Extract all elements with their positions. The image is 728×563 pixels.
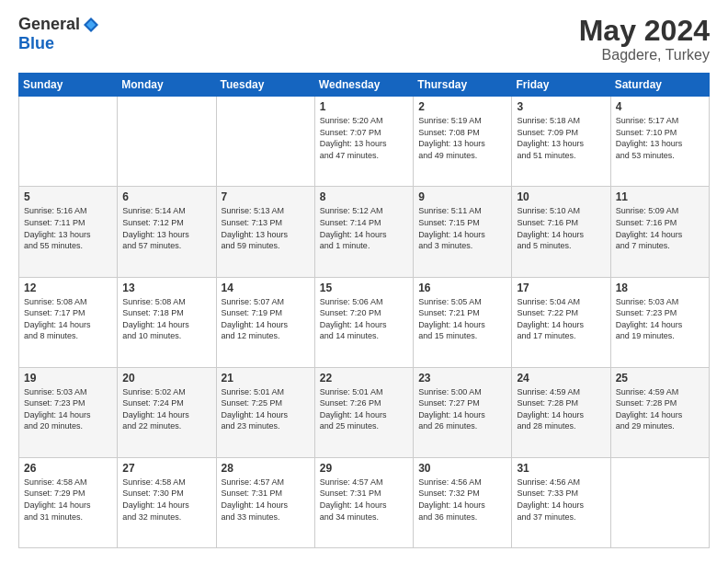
day-number: 20 xyxy=(122,372,210,385)
col-saturday: Saturday xyxy=(610,74,709,97)
table-row: 20Sunrise: 5:02 AM Sunset: 7:24 PM Dayli… xyxy=(118,367,216,457)
day-number: 8 xyxy=(320,190,408,203)
day-info: Sunrise: 5:01 AM Sunset: 7:25 PM Dayligh… xyxy=(222,386,310,432)
day-number: 5 xyxy=(24,190,112,203)
table-row: 22Sunrise: 5:01 AM Sunset: 7:26 PM Dayli… xyxy=(314,367,413,457)
day-number: 1 xyxy=(320,100,408,113)
col-tuesday: Tuesday xyxy=(216,74,314,97)
title-block: May 2024 Bagdere, Turkey xyxy=(579,15,710,63)
col-thursday: Thursday xyxy=(414,74,512,97)
day-info: Sunrise: 4:56 AM Sunset: 7:33 PM Dayligh… xyxy=(517,477,605,523)
day-info: Sunrise: 5:08 AM Sunset: 7:18 PM Dayligh… xyxy=(122,296,210,342)
day-info: Sunrise: 5:01 AM Sunset: 7:26 PM Dayligh… xyxy=(320,386,408,432)
table-row xyxy=(610,457,709,547)
table-row: 2Sunrise: 5:19 AM Sunset: 7:08 PM Daylig… xyxy=(414,97,512,187)
table-row: 31Sunrise: 4:56 AM Sunset: 7:33 PM Dayli… xyxy=(512,457,610,547)
day-info: Sunrise: 4:59 AM Sunset: 7:28 PM Dayligh… xyxy=(517,386,605,432)
day-number: 28 xyxy=(222,462,310,475)
logo-text: General xyxy=(18,15,100,34)
day-info: Sunrise: 4:57 AM Sunset: 7:31 PM Dayligh… xyxy=(320,477,408,523)
day-number: 11 xyxy=(616,190,704,203)
day-number: 30 xyxy=(418,462,506,475)
day-info: Sunrise: 5:14 AM Sunset: 7:12 PM Dayligh… xyxy=(122,205,210,251)
table-row xyxy=(216,97,314,187)
day-number: 31 xyxy=(517,462,605,475)
table-row: 4Sunrise: 5:17 AM Sunset: 7:10 PM Daylig… xyxy=(610,97,709,187)
day-number: 14 xyxy=(222,282,310,294)
day-info: Sunrise: 5:07 AM Sunset: 7:19 PM Dayligh… xyxy=(222,296,310,342)
day-info: Sunrise: 5:11 AM Sunset: 7:15 PM Dayligh… xyxy=(418,205,506,251)
table-row: 12Sunrise: 5:08 AM Sunset: 7:17 PM Dayli… xyxy=(19,277,118,367)
col-wednesday: Wednesday xyxy=(314,74,413,97)
table-row: 5Sunrise: 5:16 AM Sunset: 7:11 PM Daylig… xyxy=(19,187,118,277)
day-info: Sunrise: 5:00 AM Sunset: 7:27 PM Dayligh… xyxy=(418,386,506,432)
location: Bagdere, Turkey xyxy=(579,47,710,63)
table-row: 15Sunrise: 5:06 AM Sunset: 7:20 PM Dayli… xyxy=(314,277,413,367)
logo-icon xyxy=(82,16,100,34)
logo: General Blue xyxy=(18,15,100,53)
day-info: Sunrise: 5:09 AM Sunset: 7:16 PM Dayligh… xyxy=(616,205,704,251)
table-row: 23Sunrise: 5:00 AM Sunset: 7:27 PM Dayli… xyxy=(414,367,512,457)
day-info: Sunrise: 5:03 AM Sunset: 7:23 PM Dayligh… xyxy=(24,386,112,432)
day-info: Sunrise: 4:58 AM Sunset: 7:29 PM Dayligh… xyxy=(24,477,112,523)
table-row: 28Sunrise: 4:57 AM Sunset: 7:31 PM Dayli… xyxy=(216,457,314,547)
day-number: 21 xyxy=(222,372,310,385)
table-row: 11Sunrise: 5:09 AM Sunset: 7:16 PM Dayli… xyxy=(610,187,709,277)
day-number: 24 xyxy=(517,372,605,385)
table-row: 7Sunrise: 5:13 AM Sunset: 7:13 PM Daylig… xyxy=(216,187,314,277)
day-info: Sunrise: 5:13 AM Sunset: 7:13 PM Dayligh… xyxy=(222,205,310,251)
day-info: Sunrise: 5:17 AM Sunset: 7:10 PM Dayligh… xyxy=(616,115,704,161)
header: General Blue May 2024 Bagdere, Turkey xyxy=(18,15,710,63)
table-row: 26Sunrise: 4:58 AM Sunset: 7:29 PM Dayli… xyxy=(19,457,118,547)
day-number: 12 xyxy=(24,282,112,294)
calendar-week-row: 26Sunrise: 4:58 AM Sunset: 7:29 PM Dayli… xyxy=(19,457,710,547)
day-info: Sunrise: 5:18 AM Sunset: 7:09 PM Dayligh… xyxy=(517,115,605,161)
table-row: 1Sunrise: 5:20 AM Sunset: 7:07 PM Daylig… xyxy=(314,97,413,187)
month-year: May 2024 xyxy=(579,15,710,47)
day-number: 4 xyxy=(616,100,704,113)
day-number: 13 xyxy=(122,282,210,294)
day-number: 9 xyxy=(418,190,506,203)
day-number: 23 xyxy=(418,372,506,385)
table-row: 30Sunrise: 4:56 AM Sunset: 7:32 PM Dayli… xyxy=(414,457,512,547)
table-row: 9Sunrise: 5:11 AM Sunset: 7:15 PM Daylig… xyxy=(414,187,512,277)
table-row: 6Sunrise: 5:14 AM Sunset: 7:12 PM Daylig… xyxy=(118,187,216,277)
col-sunday: Sunday xyxy=(19,74,118,97)
col-friday: Friday xyxy=(512,74,610,97)
day-info: Sunrise: 5:05 AM Sunset: 7:21 PM Dayligh… xyxy=(418,296,506,342)
logo-general: General xyxy=(18,15,80,34)
day-number: 3 xyxy=(517,100,605,113)
table-row: 25Sunrise: 4:59 AM Sunset: 7:28 PM Dayli… xyxy=(610,367,709,457)
day-number: 19 xyxy=(24,372,112,385)
table-row xyxy=(118,97,216,187)
day-number: 16 xyxy=(418,282,506,294)
day-info: Sunrise: 4:57 AM Sunset: 7:31 PM Dayligh… xyxy=(222,477,310,523)
calendar-week-row: 5Sunrise: 5:16 AM Sunset: 7:11 PM Daylig… xyxy=(19,187,710,277)
day-info: Sunrise: 5:03 AM Sunset: 7:23 PM Dayligh… xyxy=(616,296,704,342)
day-number: 25 xyxy=(616,372,704,385)
day-number: 6 xyxy=(122,190,210,203)
day-info: Sunrise: 5:04 AM Sunset: 7:22 PM Dayligh… xyxy=(517,296,605,342)
table-row: 14Sunrise: 5:07 AM Sunset: 7:19 PM Dayli… xyxy=(216,277,314,367)
calendar-header-row: Sunday Monday Tuesday Wednesday Thursday… xyxy=(19,74,710,97)
col-monday: Monday xyxy=(118,74,216,97)
day-info: Sunrise: 5:10 AM Sunset: 7:16 PM Dayligh… xyxy=(517,205,605,251)
table-row: 29Sunrise: 4:57 AM Sunset: 7:31 PM Dayli… xyxy=(314,457,413,547)
day-info: Sunrise: 5:02 AM Sunset: 7:24 PM Dayligh… xyxy=(122,386,210,432)
table-row: 19Sunrise: 5:03 AM Sunset: 7:23 PM Dayli… xyxy=(19,367,118,457)
day-number: 7 xyxy=(222,190,310,203)
table-row: 27Sunrise: 4:58 AM Sunset: 7:30 PM Dayli… xyxy=(118,457,216,547)
table-row: 8Sunrise: 5:12 AM Sunset: 7:14 PM Daylig… xyxy=(314,187,413,277)
day-number: 2 xyxy=(418,100,506,113)
logo-blue: Blue xyxy=(18,34,54,53)
day-info: Sunrise: 5:08 AM Sunset: 7:17 PM Dayligh… xyxy=(24,296,112,342)
table-row xyxy=(19,97,118,187)
table-row: 13Sunrise: 5:08 AM Sunset: 7:18 PM Dayli… xyxy=(118,277,216,367)
table-row: 10Sunrise: 5:10 AM Sunset: 7:16 PM Dayli… xyxy=(512,187,610,277)
table-row: 17Sunrise: 5:04 AM Sunset: 7:22 PM Dayli… xyxy=(512,277,610,367)
page: General Blue May 2024 Bagdere, Turkey Su… xyxy=(0,0,728,563)
table-row: 18Sunrise: 5:03 AM Sunset: 7:23 PM Dayli… xyxy=(610,277,709,367)
day-info: Sunrise: 4:56 AM Sunset: 7:32 PM Dayligh… xyxy=(418,477,506,523)
day-number: 29 xyxy=(320,462,408,475)
day-number: 26 xyxy=(24,462,112,475)
